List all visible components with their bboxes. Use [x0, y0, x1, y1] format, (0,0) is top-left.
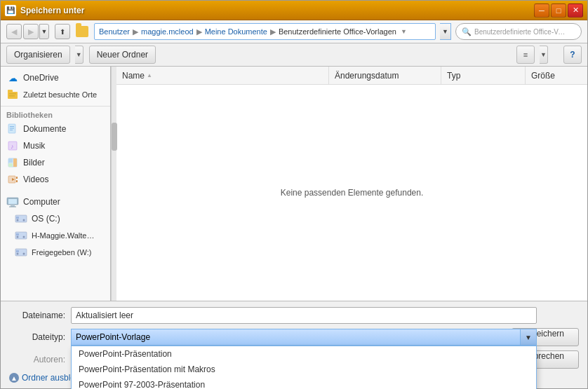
sidebar-item-drive-w[interactable]: Freigegeben (W:) [1, 244, 110, 261]
path-item-benutzer: Benutzer [99, 27, 130, 36]
sidebar-scrollbar-thumb[interactable] [112, 123, 117, 151]
documents-icon [6, 123, 19, 135]
forward-button[interactable]: ▶ [23, 24, 39, 39]
sidebar-item-music[interactable]: ♪ Musik [1, 137, 110, 154]
view-button[interactable]: ≡ [516, 46, 535, 64]
nav-buttons: ◀ ▶ ▼ ⬆ [6, 24, 70, 39]
col-header-date[interactable]: Änderungsdatum [329, 67, 441, 84]
address-dropdown-btn[interactable]: ▼ [440, 23, 451, 40]
sidebar-item-pictures[interactable]: Bilder [1, 154, 110, 171]
folder-small-icon [76, 26, 88, 37]
svg-rect-2 [9, 93, 16, 95]
title-bar: 💾 Speichern unter ─ □ ✕ [1, 1, 587, 20]
path-folder-icon [76, 26, 88, 37]
svg-rect-12 [13, 158, 17, 167]
pictures-label: Bilder [23, 158, 45, 168]
path-item-templates: Benutzerdefinierte Office-Vorlagen [279, 27, 396, 36]
drive-h-label: H-Maggie.Walte… [32, 231, 94, 240]
save-dialog-window: 💾 Speichern unter ─ □ ✕ ◀ ▶ ▼ ⬆ Benutzer… [0, 0, 588, 389]
new-folder-label: Neuer Ordner [97, 50, 148, 60]
svg-rect-13 [8, 163, 13, 167]
up-button[interactable]: ⬆ [55, 24, 70, 39]
sidebar-item-recent[interactable]: Zuletzt besuchte Orte [1, 86, 110, 103]
filetype-label: Dateityp: [9, 332, 65, 342]
path-item-user: maggie.mcleod [141, 27, 194, 36]
svg-point-33 [23, 253, 25, 255]
maximize-button[interactable]: □ [551, 4, 566, 18]
dropdown-item-pptx[interactable]: PowerPoint-Präsentation [72, 346, 536, 362]
dropdown-item-ppt97[interactable]: PowerPoint 97-2003-Präsentation [72, 377, 536, 389]
filename-row: Dateiname: [9, 307, 579, 324]
videos-label: Videos [23, 175, 48, 184]
path-sep-3: ▶ [270, 27, 276, 36]
onedrive-icon: ☁ [6, 72, 19, 83]
folder-toggle-icon: ▲ [9, 373, 19, 383]
close-button[interactable]: ✕ [568, 4, 583, 18]
search-placeholder: Benutzerdefinierte Office-Vorlage [474, 28, 566, 36]
filename-input[interactable] [71, 307, 537, 324]
svg-rect-27 [16, 233, 19, 236]
libraries-header: Bibliotheken [1, 106, 110, 121]
svg-rect-3 [9, 95, 15, 97]
svg-rect-21 [9, 206, 16, 207]
minimize-button[interactable]: ─ [534, 4, 549, 18]
computer-label: Computer [23, 197, 60, 207]
sidebar-item-onedrive[interactable]: ☁ OneDrive [1, 69, 110, 86]
help-button[interactable]: ? [563, 46, 582, 64]
col-header-type[interactable]: Typ [441, 67, 526, 84]
music-label: Musik [23, 141, 45, 151]
nav-history-button[interactable]: ▼ [39, 24, 49, 39]
sidebar-item-documents[interactable]: Dokumente [1, 121, 110, 137]
svg-rect-5 [10, 126, 14, 127]
col-header-size[interactable]: Größe [526, 67, 582, 84]
sidebar-item-drive-h[interactable]: H-Maggie.Walte… [1, 227, 110, 244]
svg-rect-23 [16, 217, 19, 219]
bottom-form: Dateiname: Dateityp: PowerPoint-Vorlage … [1, 301, 587, 388]
svg-rect-7 [10, 130, 13, 130]
svg-point-24 [17, 219, 19, 221]
main-area: ☁ OneDrive Zuletzt besuchte Orte [1, 67, 587, 301]
col-name-label: Name [122, 71, 145, 81]
filetype-dropdown-arrow[interactable]: ▼ [520, 329, 537, 346]
search-box[interactable]: 🔍 Benutzerdefinierte Office-Vorlage [455, 23, 582, 40]
path-sep-2: ▶ [196, 27, 202, 36]
organize-dropdown-btn[interactable]: ▼ [75, 46, 83, 64]
view-icon: ≡ [523, 50, 528, 59]
address-bar: ◀ ▶ ▼ ⬆ Benutzer ▶ maggie.mcleod ▶ Meine… [1, 20, 587, 43]
path-dropdown-btn[interactable]: ▼ [401, 28, 407, 35]
toolbar: Organisieren ▼ Neuer Ordner ≡ ▼ ? [1, 43, 587, 67]
dropdown-item-pptm[interactable]: PowerPoint-Präsentation mit Makros [72, 362, 536, 377]
col-type-label: Typ [447, 71, 460, 81]
sidebar-item-drive-c[interactable]: OS (C:) [1, 210, 110, 227]
sidebar-container: ☁ OneDrive Zuletzt besuchte Orte [1, 67, 116, 301]
filetype-dropdown[interactable]: PowerPoint-Vorlage [71, 329, 521, 346]
sidebar-item-computer[interactable]: Computer [1, 193, 110, 210]
filename-label: Dateiname: [9, 310, 65, 320]
svg-rect-20 [11, 205, 15, 207]
svg-rect-31 [16, 250, 19, 252]
empty-message: Keine passenden Elemente gefunden. [281, 188, 424, 198]
onedrive-label: OneDrive [23, 73, 59, 83]
drive-c-label: OS (C:) [32, 214, 60, 224]
window-icon: 💾 [5, 5, 16, 16]
svg-point-29 [23, 236, 25, 238]
sidebar-scrollbar[interactable] [111, 67, 116, 301]
new-folder-button[interactable]: Neuer Ordner [89, 46, 156, 64]
recent-label: Zuletzt besuchte Orte [23, 90, 97, 99]
documents-label: Dokumente [23, 124, 66, 134]
svg-rect-11 [8, 158, 13, 163]
authors-label: Autoren: [9, 355, 65, 364]
col-header-name[interactable]: Name ▲ [122, 67, 329, 84]
filetype-dropdown-list[interactable]: PowerPoint-Präsentation PowerPoint-Präse… [71, 346, 537, 389]
address-path[interactable]: Benutzer ▶ maggie.mcleod ▶ Meine Dokumen… [94, 23, 436, 40]
svg-rect-6 [10, 128, 14, 129]
file-list-area: Name ▲ Änderungsdatum Typ Größe Keine pa… [116, 67, 587, 301]
sidebar-item-videos[interactable]: Videos [1, 171, 110, 188]
sidebar: ☁ OneDrive Zuletzt besuchte Orte [1, 67, 111, 301]
path-sep-1: ▶ [133, 27, 138, 36]
svg-rect-16 [16, 177, 18, 179]
organize-button[interactable]: Organisieren [6, 46, 70, 64]
back-button[interactable]: ◀ [6, 24, 22, 39]
view-dropdown-btn[interactable]: ▼ [540, 46, 548, 64]
file-list-empty: Keine passenden Elemente gefunden. [116, 85, 587, 301]
